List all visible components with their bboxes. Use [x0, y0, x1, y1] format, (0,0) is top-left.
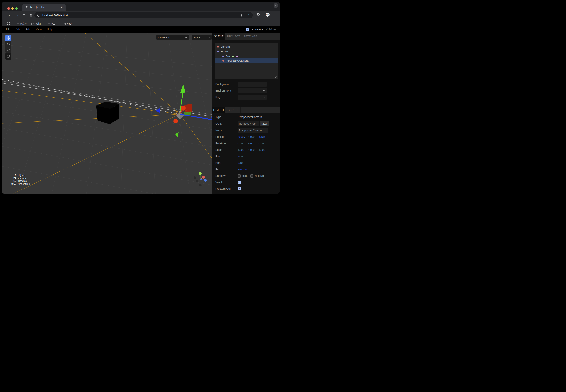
near-number[interactable]: 0.10 [238, 162, 248, 164]
threejs-editor: File Edit Add View Help ✓ autosave r176d… [2, 26, 279, 194]
viewport-3d[interactable]: CAMERA SOLID 2objects 24vertices 12trian… [2, 33, 212, 194]
minimize-window-button[interactable] [11, 7, 14, 10]
rotation-y-number[interactable]: 0.00 ° [248, 142, 259, 145]
chevron-down-icon [263, 97, 265, 98]
scale-z-number[interactable]: 1.000 [259, 149, 269, 151]
position-y-number[interactable]: 1.079 [248, 136, 259, 138]
environment-label: Environment [215, 89, 238, 92]
visible-label: Visible [215, 181, 238, 184]
install-icon[interactable] [239, 14, 243, 17]
scene-outliner[interactable]: Camera Scene Box PerspectiveCamera [215, 43, 278, 79]
bookmark-folder-jobs[interactable]: #求职 [31, 22, 42, 26]
tab-scene[interactable]: SCENE [212, 33, 225, 40]
outliner-item-box[interactable]: Box [215, 54, 278, 59]
scene-type-dot [217, 51, 219, 52]
background-select[interactable] [238, 82, 267, 87]
gizmo-z-ball[interactable] [204, 179, 207, 182]
tab-project[interactable]: PROJECT [225, 33, 242, 40]
tab-object[interactable]: OBJECT [212, 107, 225, 113]
menu-help[interactable]: Help [46, 27, 53, 31]
back-icon[interactable]: ← [8, 13, 13, 18]
gizmo-y-ball[interactable] [199, 172, 202, 175]
bookmark-folder-3d[interactable]: #3D [63, 22, 72, 25]
reload-icon[interactable] [21, 13, 27, 18]
autosave-checkbox[interactable]: ✓ [246, 28, 249, 31]
rotation-z-number[interactable]: 0.00 ° [259, 142, 269, 145]
render-stats: 2objects 24vertices 12triangles 0.65rend… [7, 174, 30, 185]
extensions-puzzle-icon[interactable] [256, 13, 260, 16]
background-label: Background [215, 83, 238, 86]
bookmark-folder-tools[interactable]: #工具 [47, 22, 58, 26]
local-world-toggle-button[interactable] [5, 53, 12, 60]
scale-tool-button[interactable] [5, 47, 12, 53]
translate-tool-button[interactable] [5, 35, 12, 41]
position-z-number[interactable]: 4.134 [259, 136, 269, 138]
frustum-cull-row: Frustum Cull ✓ [215, 187, 278, 191]
forward-icon[interactable]: → [14, 13, 20, 18]
outliner-item-scene[interactable]: Scene [215, 49, 278, 54]
menu-add[interactable]: Add [25, 27, 31, 31]
outliner-resize-grip[interactable] [275, 76, 277, 78]
scale-y-number[interactable]: 1.000 [248, 149, 259, 151]
rotation-x-number[interactable]: 0.00 ° [238, 142, 248, 145]
chevron-down-icon [275, 5, 277, 6]
near-label: Near [215, 161, 238, 164]
environment-select[interactable] [238, 88, 267, 93]
home-icon[interactable] [28, 13, 33, 18]
url-text[interactable]: localhost:8080/editor/ [42, 14, 68, 17]
screen: three.js editor ✕ + ← → localhost:8080/e… [0, 0, 283, 196]
visible-checkbox[interactable]: ✓ [238, 181, 241, 184]
new-tab-button[interactable]: + [69, 5, 75, 10]
bookmark-star-icon[interactable]: ☆ [247, 14, 250, 17]
scene-canvas[interactable] [2, 33, 212, 194]
scale-x-number[interactable]: 1.000 [238, 149, 248, 151]
position-x-number[interactable]: -0.995 [238, 136, 248, 138]
position-label: Position [215, 135, 238, 138]
gizmo-x-ball[interactable] [202, 176, 205, 179]
far-number[interactable]: 2000.00 [238, 168, 248, 171]
fog-select[interactable] [238, 95, 267, 100]
tab-script[interactable]: SCRIPT [225, 107, 241, 113]
type-row: Type PerspectiveCamera [215, 115, 278, 119]
tab-search-chevron-button[interactable] [274, 3, 278, 8]
menu-file[interactable]: File [5, 27, 11, 31]
tab-settings[interactable]: SETTINGS [242, 33, 259, 40]
profile-avatar[interactable]: 楷鹏 [265, 13, 270, 17]
tab-close-icon[interactable]: ✕ [60, 6, 64, 9]
close-window-button[interactable] [7, 7, 10, 10]
address-bar[interactable]: localhost:8080/editor/ ☆ [34, 12, 253, 18]
bookmarks-divider [13, 22, 13, 26]
menu-view[interactable]: View [35, 27, 42, 31]
name-field[interactable] [238, 128, 268, 133]
uuid-row: UUID NEW [215, 121, 278, 126]
rotation-label: Rotation [215, 142, 238, 145]
apps-grid-icon[interactable] [7, 22, 10, 25]
outliner-item-camera[interactable]: Camera [215, 44, 278, 49]
outliner-item-perspectivecamera[interactable]: PerspectiveCamera [215, 58, 278, 63]
uuid-field[interactable] [238, 121, 259, 126]
shadow-receive-checkbox[interactable] [250, 174, 253, 178]
menu-edit[interactable]: Edit [15, 27, 21, 31]
outliner-label: Scene [221, 50, 228, 53]
shading-select[interactable]: SOLID [192, 35, 211, 40]
shadow-cast-label: cast [242, 174, 248, 177]
rotate-tool-button[interactable] [5, 41, 12, 47]
stat-rendertime-value: 0.65 [7, 182, 16, 185]
threejs-favicon-icon [25, 6, 28, 9]
site-info-icon[interactable] [37, 14, 41, 17]
maximize-window-button[interactable] [15, 7, 18, 10]
fov-label: Fov [215, 155, 238, 158]
browser-menu-kebab-icon[interactable]: ⋮ [272, 13, 275, 16]
frustum-cull-checkbox[interactable]: ✓ [238, 187, 241, 190]
tab-threejs-editor[interactable]: three.js editor ✕ [22, 4, 66, 11]
fov-number[interactable]: 50.00 [238, 155, 248, 158]
position-row: Position -0.995 1.079 4.134 [215, 135, 278, 139]
stat-vertices-label: vertices [18, 177, 26, 180]
uuid-label: UUID [215, 122, 238, 125]
camera-select[interactable]: CAMERA [156, 35, 189, 40]
shadow-cast-checkbox[interactable] [238, 174, 241, 178]
shadow-label: Shadow [215, 174, 238, 177]
name-label: Name [215, 129, 238, 132]
bookmark-folder-coding[interactable]: #编程 [16, 22, 27, 26]
uuid-new-button[interactable]: NEW [260, 121, 269, 126]
